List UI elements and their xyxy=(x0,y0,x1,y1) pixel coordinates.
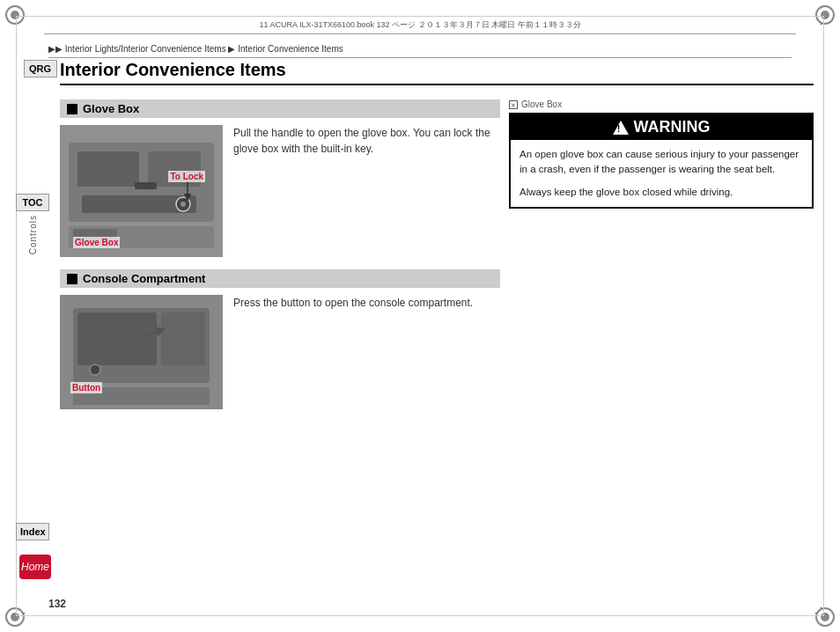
warning-ref-row: ✕ Glove Box xyxy=(509,99,814,109)
home-button[interactable]: Home xyxy=(19,555,51,579)
warning-triangle-icon xyxy=(613,121,629,135)
breadcrumb-separator: ▶ xyxy=(228,44,235,54)
svg-point-6 xyxy=(181,202,186,207)
warning-title: WARNING xyxy=(634,118,711,136)
index-btn[interactable]: Index xyxy=(16,523,49,540)
breadcrumb-arrow: ▶▶ xyxy=(48,44,63,54)
console-title: Console Compartment xyxy=(83,272,205,285)
breadcrumb: ▶▶ Interior Lights/Interior Convenience … xyxy=(48,44,792,58)
glove-box-title: Glove Box xyxy=(83,102,139,115)
to-lock-label: To Lock xyxy=(168,171,205,182)
console-header: Console Compartment xyxy=(60,269,500,288)
breadcrumb-item-1: Interior Lights/Interior Convenience Ite… xyxy=(65,44,226,54)
main-content: Interior Convenience Items Glove Box xyxy=(60,60,814,606)
warning-ref-label: Glove Box xyxy=(521,99,562,109)
svg-rect-2 xyxy=(77,151,139,187)
sidebar-btn-qrg[interactable]: QRG xyxy=(24,60,57,77)
glove-box-header: Glove Box xyxy=(60,99,500,118)
page-title: Interior Convenience Items xyxy=(60,60,814,85)
sidebar-index: Index xyxy=(16,523,51,544)
breadcrumb-item-2: Interior Convenience Items xyxy=(238,44,343,54)
ref-icon: ✕ xyxy=(509,100,518,109)
glove-box-section: Glove Box xyxy=(60,99,500,257)
console-image: Button xyxy=(60,295,223,409)
console-section-icon xyxy=(67,274,77,284)
warning-header: WARNING xyxy=(511,114,812,140)
section-icon xyxy=(67,104,77,114)
warning-text-2: Always keep the glove box closed while d… xyxy=(519,185,803,200)
glove-box-image: To Lock Glove Box xyxy=(60,125,223,257)
svg-rect-7 xyxy=(135,182,157,189)
button-label: Button xyxy=(70,382,102,393)
right-column: ✕ Glove Box WARNING An open glove box ca… xyxy=(509,99,814,209)
console-description: Press the button to open the console com… xyxy=(233,295,473,311)
sidebar-toc: TOC Controls xyxy=(16,194,51,254)
controls-label: Controls xyxy=(28,215,38,254)
toc-label[interactable]: TOC xyxy=(16,194,49,211)
warning-body: An open glove box can cause serious inju… xyxy=(511,140,812,207)
glove-box-description: Pull the handle to open the glove box. Y… xyxy=(233,125,500,157)
glove-box-content: To Lock Glove Box Pull the handle to ope… xyxy=(60,125,500,257)
console-content: Button Press the button to open the cons… xyxy=(60,295,500,409)
warning-box: WARNING An open glove box can cause seri… xyxy=(509,113,814,209)
glove-box-image-label: Glove Box xyxy=(73,237,120,248)
svg-rect-13 xyxy=(77,312,157,365)
console-section: Console Compartment xyxy=(60,269,500,409)
left-column: Glove Box xyxy=(60,99,500,409)
svg-point-15 xyxy=(90,364,100,375)
svg-rect-14 xyxy=(161,312,205,365)
file-info: 11 ACURA ILX-31TX66100.book 132 ページ ２０１３… xyxy=(44,19,796,34)
warning-text-1: An open glove box can cause serious inju… xyxy=(519,147,803,178)
home-icon: Home xyxy=(21,561,49,573)
